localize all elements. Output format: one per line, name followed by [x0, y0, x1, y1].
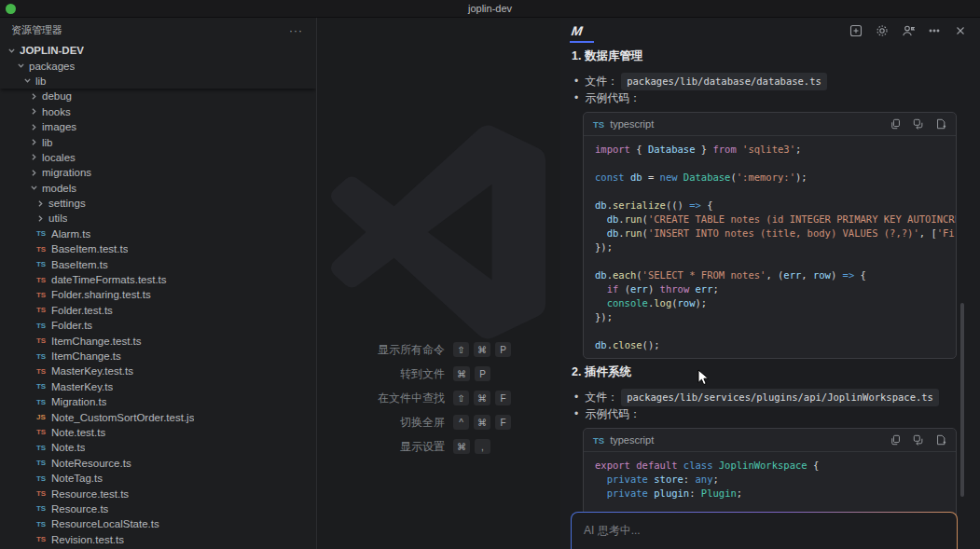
bullet-label: 文件：	[585, 390, 618, 405]
tree-item-resource-test-ts[interactable]: TSResource.test.ts	[0, 486, 316, 501]
tree-item-note-customsortorder-test-js[interactable]: JSNote_CustomSortOrder.test.js	[0, 409, 316, 424]
code-block-header: TStypescript	[584, 113, 956, 136]
key-cap: P	[475, 366, 490, 381]
traffic-light-green[interactable]	[6, 4, 16, 14]
tree-item-migration-ts[interactable]: TSMigration.ts	[0, 394, 316, 409]
bullet-item: 示例代码：	[574, 90, 980, 106]
tree-item-folder-ts[interactable]: TSFolder.ts	[0, 318, 316, 333]
tree-item-note-test-ts[interactable]: TSNote.test.ts	[0, 425, 316, 440]
copy-button[interactable]	[890, 434, 902, 446]
shortcut-row: 切换全屏^⌘F	[318, 415, 559, 430]
bullet-item: 文件：packages/lib/services/plugins/api/Jop…	[574, 389, 980, 406]
new-chat-button[interactable]	[849, 23, 863, 37]
file-path-chip[interactable]: packages/lib/database/database.ts	[621, 73, 827, 90]
file-path-chip[interactable]: packages/lib/services/plugins/api/Joplin…	[621, 389, 939, 406]
tree-item-masterkey-test-ts[interactable]: TSMasterKey.test.ts	[0, 364, 316, 378]
tree-item-lib[interactable]: lib	[0, 134, 316, 149]
tree-item-revision-test-ts[interactable]: TSRevision.test.ts	[0, 532, 316, 547]
tree-item-alarm-ts[interactable]: TSAlarm.ts	[0, 226, 316, 241]
ai-chat-input[interactable]: AI 思考中...	[572, 513, 957, 549]
code-line: db.close();	[595, 338, 945, 352]
code-line: db.run('INSERT INTO notes (title, body) …	[595, 226, 945, 240]
code-line: db.serialize(() => {	[595, 199, 945, 213]
ellipsis-icon[interactable]: ···	[289, 24, 303, 37]
tree-item-label: packages	[29, 61, 75, 72]
panel-scrollbar[interactable]	[960, 303, 964, 497]
tree-item-locales[interactable]: locales	[0, 150, 316, 165]
user-icon	[902, 24, 915, 37]
chevron-right-icon	[35, 213, 46, 224]
tree-item-packages[interactable]: packages	[0, 58, 316, 73]
tree-item-resource-ts[interactable]: TSResource.ts	[0, 501, 316, 516]
tree-item-label: Note_CustomSortOrder.test.js	[51, 412, 194, 423]
file-plus-icon	[935, 118, 946, 130]
plus-square-icon	[849, 24, 863, 37]
tree-item-baseitem-ts[interactable]: TSBaseItem.ts	[0, 256, 316, 271]
code-line: db.run('CREATE TABLE notes (id INTEGER P…	[595, 213, 945, 226]
tree-item-label: MasterKey.test.ts	[51, 365, 133, 377]
tree-item-datetimeformats-test-ts[interactable]: TSdateTimeFormats.test.ts	[0, 272, 316, 287]
assistant-header: M	[560, 18, 980, 43]
tree-item-models[interactable]: models	[0, 181, 316, 196]
bullet-label: 示例代码：	[585, 406, 641, 422]
more-button[interactable]	[927, 23, 941, 37]
chevron-down-icon	[28, 183, 39, 194]
shortcut-row: 显示设置⌘,	[318, 439, 559, 454]
tree-item-hooks[interactable]: hooks	[0, 104, 316, 119]
tree-item-label: locales	[42, 152, 76, 163]
close-button[interactable]	[953, 23, 967, 37]
copy-icon	[890, 118, 902, 130]
tree-item-label: Folder.sharing.test.ts	[51, 289, 151, 300]
ts-file-icon: TS	[35, 367, 48, 376]
tree-item-label: Note.ts	[51, 442, 85, 453]
tree-item-utils[interactable]: utils	[0, 211, 316, 226]
tree-item-folder-sharing-test-ts[interactable]: TSFolder.sharing.test.ts	[0, 287, 316, 302]
tree-item-note-ts[interactable]: TSNote.ts	[0, 440, 316, 455]
explorer-sidebar: 资源管理器 ··· JOPLIN-DEVpackageslibdebughook…	[0, 18, 317, 549]
tree-item-settings[interactable]: settings	[0, 196, 316, 211]
insert-button[interactable]	[912, 434, 924, 446]
new-file-button[interactable]	[934, 118, 946, 130]
ts-file-icon: TS	[35, 504, 48, 513]
ts-file-icon: TS	[35, 474, 48, 483]
key-cap: ⌘	[474, 342, 490, 357]
tree-item-resourcelocalstate-ts[interactable]: TSResourceLocalState.ts	[0, 516, 316, 531]
copy-button[interactable]	[890, 118, 902, 130]
tree-item-label: JOPLIN-DEV	[20, 45, 84, 56]
tree-item-joplin-dev[interactable]: JOPLIN-DEV	[0, 43, 316, 58]
chevron-down-icon	[15, 61, 26, 72]
insert-code-icon	[913, 434, 924, 446]
ts-file-icon: TS	[35, 291, 48, 299]
tree-item-noteresource-ts[interactable]: TSNoteResource.ts	[0, 456, 316, 471]
tree-item-notetag-ts[interactable]: TSNoteTag.ts	[0, 471, 316, 486]
bullet-item: 示例代码：	[574, 406, 980, 422]
new-file-button[interactable]	[934, 434, 946, 446]
tree-item-images[interactable]: images	[0, 119, 316, 134]
tree-item-folder-test-ts[interactable]: TSFolder.test.ts	[0, 303, 316, 318]
key-cap: ⌘	[474, 415, 490, 430]
tree-item-migrations[interactable]: migrations	[0, 165, 316, 180]
tree-item-label: migrations	[42, 167, 91, 178]
tree-item-label: Folder.ts	[51, 320, 92, 331]
insert-button[interactable]	[912, 118, 924, 130]
tree-item-lib[interactable]: lib	[0, 74, 316, 89]
code-actions	[890, 118, 946, 130]
chevron-right-icon	[28, 152, 39, 163]
tree-item-itemchange-ts[interactable]: TSItemChange.ts	[0, 349, 316, 364]
tree-item-masterkey-ts[interactable]: TSMasterKey.ts	[0, 379, 316, 394]
shortcut-keys: ⌘,	[453, 439, 543, 454]
ai-input-border: AI 思考中...	[571, 512, 958, 549]
profile-button[interactable]	[901, 23, 915, 37]
tree-item-label: Resource.ts	[51, 503, 108, 515]
ts-file-icon: TS	[35, 229, 48, 238]
tree-item-label: images	[42, 121, 76, 132]
tree-item-itemchange-test-ts[interactable]: TSItemChange.test.ts	[0, 333, 316, 348]
tree-item-debug[interactable]: debug	[0, 89, 316, 103]
code-line: export default class JoplinWorkspace {	[595, 459, 945, 473]
editor-area: 显示所有命令⇧⌘P转到文件⌘P在文件中查找⇧⌘F切换全屏^⌘F显示设置⌘,	[318, 18, 559, 549]
tree-item-label: lib	[42, 137, 53, 148]
tree-item-baseitem-test-ts[interactable]: TSBaseItem.test.ts	[0, 241, 316, 256]
tree-item-label: BaseItem.ts	[51, 259, 108, 270]
settings-button[interactable]	[875, 23, 889, 37]
section-bullets: 文件：packages/lib/database/database.ts示例代码…	[574, 73, 980, 105]
